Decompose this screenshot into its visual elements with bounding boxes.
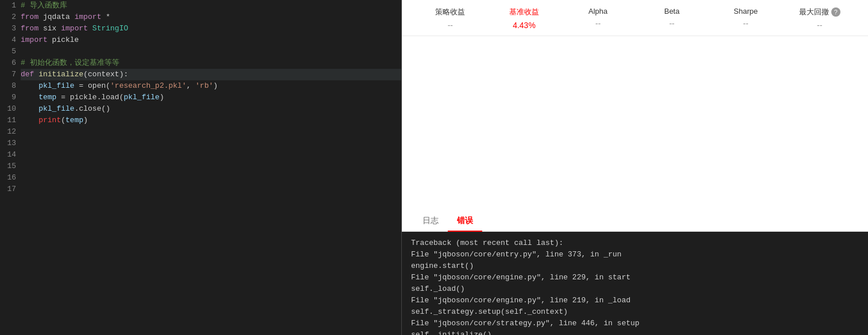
stat-label: 基准收益 (487, 7, 561, 17)
code-line: # 导入函数库 (21, 0, 401, 11)
code-line: import pickle (21, 34, 401, 46)
error-line: File "jqboson/core/engine.py", line 219,… (411, 295, 859, 306)
stat-value: -- (413, 21, 487, 30)
tabs-area: 日志错误 (402, 211, 868, 232)
stat-label: Alpha (561, 7, 635, 15)
code-line (21, 184, 401, 195)
error-line: self._load() (411, 283, 859, 295)
stat-item: Beta-- (635, 7, 709, 28)
code-line: def initialize(context): (21, 69, 401, 80)
error-line: File "jqboson/core/engine.py", line 229,… (411, 272, 859, 283)
error-line: self._initialize() (411, 329, 859, 335)
stat-value: -- (635, 19, 709, 28)
stat-value: 4.43% (487, 21, 561, 30)
code-line (21, 149, 401, 161)
stat-value: -- (709, 19, 783, 28)
stat-label: Sharpe (709, 7, 783, 15)
error-line: File "jqboson/core/strategy.py", line 44… (411, 318, 859, 329)
chart-area (402, 36, 868, 211)
code-line (21, 161, 401, 172)
error-line: File "jqboson/core/entry.py", line 373, … (411, 249, 859, 260)
stat-item: 最大回撤?-- (782, 7, 857, 30)
error-panel: Traceback (most recent call last): File … (402, 232, 868, 335)
code-line: from jqdata import * (21, 11, 401, 23)
code-editor[interactable]: 1234567891011121314151617 # 导入函数库from jq… (0, 0, 402, 335)
stats-bar: 策略收益--基准收益4.43%Alpha--Beta--Sharpe--最大回撤… (402, 0, 868, 36)
line-numbers: 1234567891011121314151617 (0, 0, 21, 195)
stat-item: Alpha-- (561, 7, 635, 28)
stat-label: 策略收益 (413, 7, 487, 17)
right-panel: 策略收益--基准收益4.43%Alpha--Beta--Sharpe--最大回撤… (402, 0, 868, 335)
code-line: temp = pickle.load(pkl_file) (21, 92, 401, 103)
error-line: engine.start() (411, 260, 859, 272)
code-line (21, 172, 401, 184)
tab-日志[interactable]: 日志 (413, 211, 448, 232)
stat-label: Beta (635, 7, 709, 15)
stat-value: -- (561, 19, 635, 28)
code-line: print(temp) (21, 115, 401, 126)
tab-错误[interactable]: 错误 (448, 211, 482, 232)
code-line (21, 138, 401, 149)
code-content: # 导入函数库from jqdata import *from six impo… (21, 0, 401, 195)
code-line: pkl_file.close() (21, 103, 401, 115)
code-line (21, 46, 401, 57)
stat-item: Sharpe-- (709, 7, 783, 28)
stat-item: 基准收益4.43% (487, 7, 561, 30)
code-line: from six import StringIO (21, 23, 401, 34)
stat-value: -- (782, 21, 857, 30)
error-line: Traceback (most recent call last): (411, 237, 859, 249)
code-line: pkl_file = open('research_p2.pkl', 'rb') (21, 80, 401, 92)
help-icon[interactable]: ? (831, 7, 840, 17)
code-line (21, 126, 401, 138)
code-line: # 初始化函数，设定基准等等 (21, 57, 401, 69)
stat-item: 策略收益-- (413, 7, 487, 30)
stat-label: 最大回撤? (782, 7, 857, 17)
error-line: self._strategy.setup(self._context) (411, 306, 859, 318)
